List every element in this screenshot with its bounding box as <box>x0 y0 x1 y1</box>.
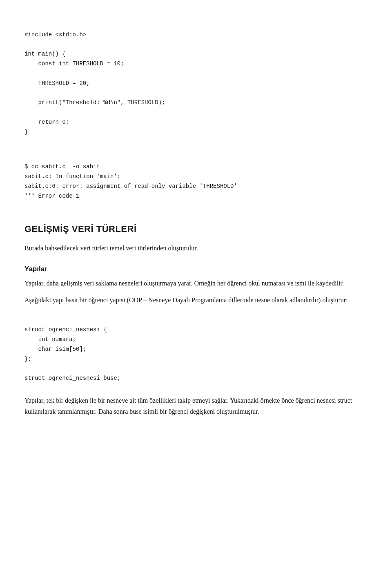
code-line: #include <stdio.h> <box>24 31 86 38</box>
terminal-line: sabit.c: In function 'main': <box>24 173 120 180</box>
code-line: int main() { <box>24 51 66 57</box>
code-line <box>24 90 28 96</box>
code-line indent1: printf("Threshold: %d\n", THRESHOLD); <box>24 99 165 106</box>
code-line: struct ogrenci_nesnesi { <box>24 326 107 333</box>
terminal-line: $ cc sabit.c -o sabit <box>24 163 100 170</box>
code-line <box>24 41 28 48</box>
code-line: }; <box>24 356 31 362</box>
code-line: } <box>24 129 28 135</box>
yapilar-para1: Yapılar, daha gelişmiş veri saklama nesn… <box>24 278 368 289</box>
code-line <box>24 70 28 77</box>
code-line: struct ogrenci_nesnesi buse; <box>24 375 120 381</box>
closing-para: Yapılar, tek bir değişken ile bir nesney… <box>24 395 368 417</box>
code-block-1: #include <stdio.h> int main() { const in… <box>24 16 368 141</box>
subsection-heading-yapilar: Yapılar <box>24 263 368 274</box>
terminal-block: $ cc sabit.c -o sabit sabit.c: In functi… <box>24 149 368 205</box>
section-heading-gelismis: GELİŞMİŞ VERİ TÜRLERİ <box>24 222 368 236</box>
terminal-line: *** Error code 1 <box>24 193 79 199</box>
terminal-line: sabit.c:6: error: assignment of read-onl… <box>24 183 237 190</box>
code-line <box>24 109 28 116</box>
yapilar-para2: Aşağıdaki yapı basit bir öğrenci yapisi … <box>24 294 368 305</box>
code-line: int numara; <box>24 336 76 343</box>
code-line indent1: THRESHOLD = 20; <box>24 80 90 87</box>
code-line indent1: const int THRESHOLD = 10; <box>24 60 124 67</box>
code-block-2: struct ogrenci_nesnesi { int numara; cha… <box>24 311 368 388</box>
code-line indent1: return 0; <box>24 119 69 125</box>
code-line: char isim[50]; <box>24 346 86 352</box>
code-line <box>24 365 28 372</box>
section-intro: Burada bahsedilecek veri türleri temel v… <box>24 243 368 254</box>
